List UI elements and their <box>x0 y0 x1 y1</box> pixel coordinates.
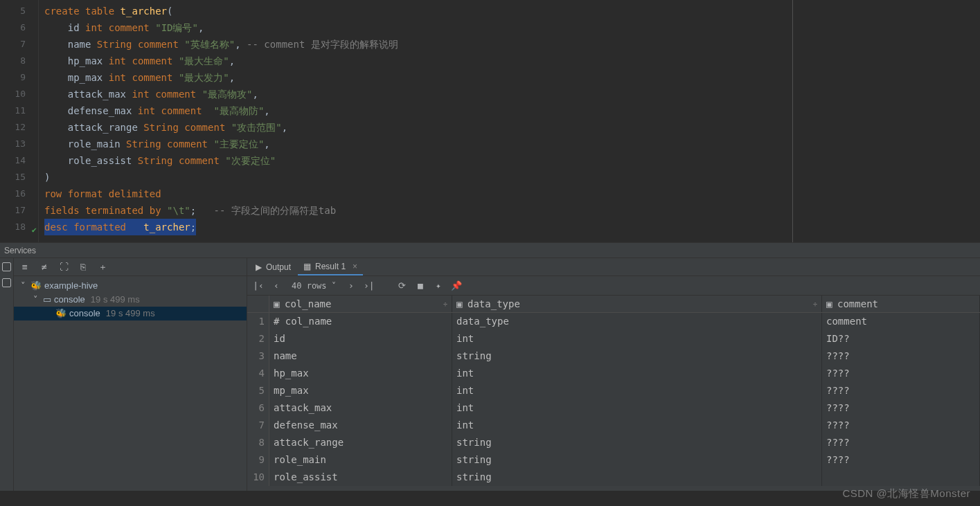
tree-toolbar-button-2[interactable]: ⛶ <box>58 262 69 273</box>
code-line[interactable]: attack_max int comment "最高物攻", <box>44 86 792 102</box>
cell[interactable]: mp_max <box>269 382 452 399</box>
tab-result-1[interactable]: ▦Result 1× <box>298 259 363 275</box>
cell[interactable]: string <box>452 434 822 451</box>
result-action-3[interactable]: 📌 <box>451 280 462 291</box>
cell[interactable]: int <box>452 417 822 434</box>
left-tool-icon-1[interactable] <box>2 262 11 271</box>
services-tree[interactable]: ˅🐝example-hive˅▭console19 s 499 ms🐝conso… <box>14 276 247 323</box>
code-line[interactable]: desc formatted t_archer; <box>44 219 792 235</box>
result-action-0[interactable]: ⟳ <box>397 280 408 291</box>
tree-toolbar-button-3[interactable]: ⎘ <box>78 262 89 273</box>
row-number: 5 <box>247 382 269 399</box>
nav-first-prev-1[interactable]: ‹ <box>271 280 282 291</box>
cell[interactable]: role_main <box>269 451 452 469</box>
rows-count-dropdown[interactable]: 40 rows ˅ <box>292 281 336 291</box>
cell[interactable]: string <box>452 347 822 365</box>
cell[interactable]: role_assist <box>269 469 452 486</box>
table-row[interactable]: 9role_mainstring???? <box>247 451 980 469</box>
cell[interactable]: ID?? <box>822 330 980 347</box>
services-panel-title: Services <box>0 243 980 258</box>
code-line[interactable]: id int comment "ID编号", <box>44 19 792 36</box>
table-row[interactable]: 3namestring???? <box>247 347 980 365</box>
code-line[interactable]: name String comment "英雄名称", -- comment 是… <box>44 36 792 53</box>
editor-right-margin <box>793 0 980 242</box>
cell[interactable] <box>822 469 980 486</box>
code-editor[interactable]: 56789101112131415161718✔ create table t_… <box>0 0 980 243</box>
code-line[interactable]: role_assist String comment "次要定位" <box>44 152 792 169</box>
tab-output[interactable]: ▶Output <box>250 259 296 275</box>
cell[interactable]: name <box>269 347 452 365</box>
services-tree-pane: ≡≠⛶⎘＋ ˅🐝example-hive˅▭console19 s 499 ms… <box>14 258 247 491</box>
table-row[interactable]: 8attack_rangestring???? <box>247 434 980 451</box>
column-header-comment[interactable]: ▣comment <box>822 296 980 312</box>
code-line[interactable]: create table t_archer( <box>44 3 792 19</box>
result-tabs[interactable]: ▶Output▦Result 1× <box>247 258 980 276</box>
table-row[interactable]: 10role_assiststring <box>247 469 980 486</box>
cell[interactable]: ???? <box>822 399 980 417</box>
line-number: 11 <box>0 102 38 119</box>
line-number: 14 <box>0 152 38 169</box>
cell[interactable]: hp_max <box>269 365 452 382</box>
nav-first-prev-0[interactable]: |‹ <box>253 280 264 291</box>
cell[interactable]: ???? <box>822 434 980 451</box>
result-toolbar: |‹‹40 rows ˅››|⟳■✦📌 <box>247 276 980 296</box>
column-header-data_type[interactable]: ▣data_type÷ <box>452 296 822 312</box>
cell[interactable]: string <box>452 469 822 486</box>
tree-toolbar-button-0[interactable]: ≡ <box>19 262 30 273</box>
cell[interactable]: int <box>452 399 822 417</box>
code-line[interactable]: fields terminated by "\t"; -- 字段之间的分隔符是t… <box>44 202 792 219</box>
nav-next-last-1[interactable]: ›| <box>364 280 375 291</box>
column-header-col_name[interactable]: ▣col_name÷ <box>269 296 452 312</box>
code-line[interactable]: role_main String comment "主要定位", <box>44 136 792 152</box>
tab-icon: ▶ <box>256 262 262 272</box>
tree-row[interactable]: 🐝console19 s 499 ms <box>14 307 247 320</box>
cell[interactable]: int <box>452 365 822 382</box>
cell[interactable]: defense_max <box>269 417 452 434</box>
services-result-pane: ▶Output▦Result 1× |‹‹40 rows ˅››|⟳■✦📌 ▣c… <box>247 258 980 491</box>
table-row[interactable]: 7defense_maxint???? <box>247 417 980 434</box>
cell[interactable]: attack_range <box>269 434 452 451</box>
tree-row[interactable]: ˅🐝example-hive <box>14 279 247 293</box>
result-action-2[interactable]: ✦ <box>433 280 444 291</box>
cell[interactable]: ???? <box>822 417 980 434</box>
close-icon[interactable]: × <box>353 262 357 271</box>
editor-code-area[interactable]: create table t_archer( id int comment "I… <box>39 0 793 242</box>
table-row[interactable]: 6attack_maxint???? <box>247 399 980 417</box>
line-number: 13 <box>0 136 38 152</box>
cell[interactable]: ???? <box>822 365 980 382</box>
left-tool-icon-2[interactable] <box>2 278 11 287</box>
cell[interactable]: ???? <box>822 451 980 469</box>
tree-toolbar-button-4[interactable]: ＋ <box>97 262 108 273</box>
cell[interactable]: data_type <box>452 313 822 330</box>
tree-row[interactable]: ˅▭console19 s 499 ms <box>14 293 247 307</box>
code-line[interactable]: defense_max int comment "最高物防", <box>44 102 792 119</box>
line-number: 17 <box>0 202 38 219</box>
result-action-1[interactable]: ■ <box>415 280 426 291</box>
code-line[interactable]: row format delimited <box>44 186 792 202</box>
table-row[interactable]: 1# col_namedata_typecomment <box>247 313 980 330</box>
cell[interactable]: comment <box>822 313 980 330</box>
code-line[interactable]: ) <box>44 169 792 186</box>
cell[interactable]: string <box>452 451 822 469</box>
services-panel: ≡≠⛶⎘＋ ˅🐝example-hive˅▭console19 s 499 ms… <box>0 258 980 491</box>
table-row[interactable]: 5mp_maxint???? <box>247 382 980 399</box>
cell[interactable]: ???? <box>822 382 980 399</box>
cell[interactable]: # col_name <box>269 313 452 330</box>
cell[interactable]: id <box>269 330 452 347</box>
column-icon: ▣ <box>456 296 465 302</box>
code-line[interactable]: mp_max int comment "最大发力", <box>44 69 792 86</box>
cell[interactable]: int <box>452 330 822 347</box>
result-grid[interactable]: ▣col_name÷▣data_type÷▣comment1# col_name… <box>247 296 980 491</box>
table-row[interactable]: 4hp_maxint???? <box>247 365 980 382</box>
line-number: 16 <box>0 186 38 202</box>
cell[interactable]: attack_max <box>269 399 452 417</box>
code-line[interactable]: attack_range String comment "攻击范围", <box>44 119 792 136</box>
row-number: 4 <box>247 365 269 382</box>
tree-toolbar-button-1[interactable]: ≠ <box>39 262 50 273</box>
code-line[interactable]: hp_max int comment "最大生命", <box>44 53 792 69</box>
table-row[interactable]: 2idintID?? <box>247 330 980 347</box>
cell[interactable]: int <box>452 382 822 399</box>
line-number: 12 <box>0 119 38 136</box>
cell[interactable]: ???? <box>822 347 980 365</box>
nav-next-last-0[interactable]: › <box>346 280 357 291</box>
